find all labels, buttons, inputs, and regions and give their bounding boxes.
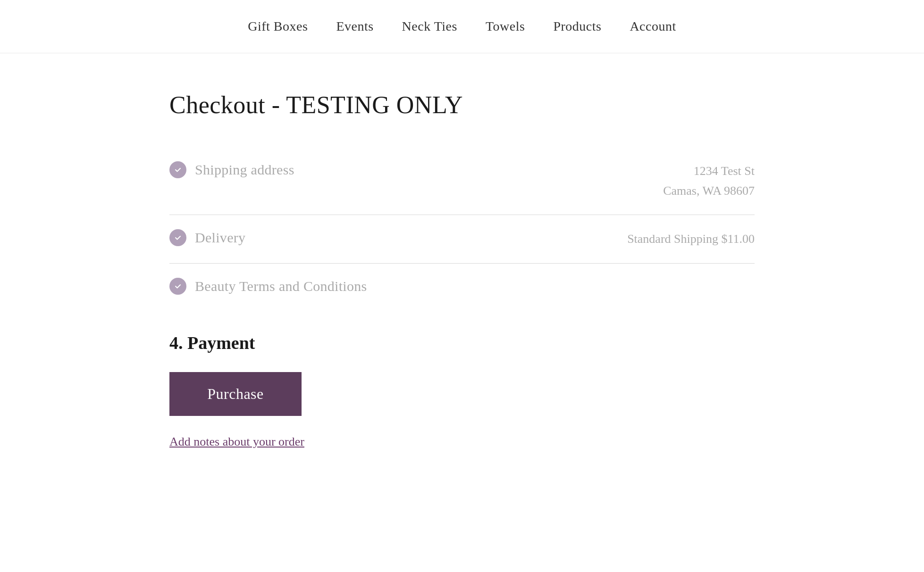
delivery-check-icon (169, 229, 186, 246)
shipping-address-line1: 1234 Test St (663, 161, 755, 181)
nav-account[interactable]: Account (630, 19, 676, 34)
shipping-address-value: 1234 Test St Camas, WA 98607 (663, 161, 755, 200)
nav-towels[interactable]: Towels (486, 19, 525, 34)
shipping-address-section: Shipping address 1234 Test St Camas, WA … (169, 147, 755, 215)
nav-events[interactable]: Events (336, 19, 373, 34)
delivery-value-line1: Standard Shipping $11.00 (627, 229, 755, 249)
svg-point-2 (173, 282, 183, 291)
terms-left: Beauty Terms and Conditions (169, 278, 367, 295)
shipping-address-label: Shipping address (195, 162, 294, 178)
page-title: Checkout - TESTING ONLY (169, 91, 755, 119)
terms-section: Beauty Terms and Conditions (169, 264, 755, 309)
delivery-section: Delivery Standard Shipping $11.00 (169, 215, 755, 264)
svg-point-1 (173, 233, 183, 242)
terms-check-icon (169, 278, 186, 295)
purchase-button[interactable]: Purchase (169, 372, 302, 416)
main-content: Checkout - TESTING ONLY Shipping address… (132, 53, 792, 487)
delivery-left: Delivery (169, 229, 245, 246)
payment-title: 4. Payment (169, 332, 755, 353)
main-navigation: Gift Boxes Events Neck Ties Towels Produ… (0, 0, 924, 53)
nav-products[interactable]: Products (553, 19, 601, 34)
terms-label: Beauty Terms and Conditions (195, 278, 367, 294)
nav-gift-boxes[interactable]: Gift Boxes (248, 19, 308, 34)
add-notes-link[interactable]: Add notes about your order (169, 435, 755, 449)
payment-section: 4. Payment Purchase Add notes about your… (169, 332, 755, 449)
delivery-value: Standard Shipping $11.00 (627, 229, 755, 249)
shipping-address-check-icon (169, 161, 186, 178)
svg-point-0 (173, 165, 183, 174)
shipping-address-left: Shipping address (169, 161, 294, 178)
delivery-label: Delivery (195, 230, 245, 246)
shipping-address-line2: Camas, WA 98607 (663, 181, 755, 201)
nav-neck-ties[interactable]: Neck Ties (402, 19, 457, 34)
